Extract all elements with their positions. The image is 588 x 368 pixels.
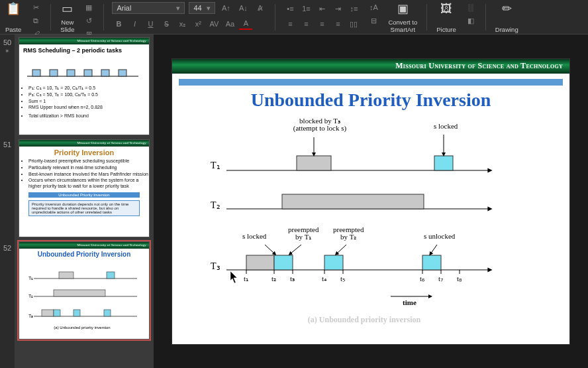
increase-font-button[interactable]: A↑ (219, 2, 232, 14)
convert-label: Convert to SmartArt (388, 19, 417, 33)
slocked-label-t3: s locked (242, 233, 266, 241)
separator (426, 4, 427, 31)
preempted-t2-label: preempted by T₂ (333, 226, 364, 241)
decrease-font-button[interactable]: A↓ (236, 2, 250, 14)
mini-timeline-icon (19, 56, 142, 84)
strike-button[interactable]: S̶ (160, 18, 173, 30)
slide-number-51: 51 (3, 141, 11, 244)
cut-button[interactable]: ✂ (29, 1, 42, 13)
indent-less-button[interactable]: ⇤ (315, 3, 328, 15)
align-left-button[interactable]: ≡ (283, 18, 297, 30)
slide-canvas[interactable]: Missouri University of Science and Techn… (172, 59, 569, 344)
columns-button[interactable]: ▯▯ (347, 18, 360, 30)
indent-more-button[interactable]: ⇥ (331, 3, 344, 15)
copy-button[interactable]: ⧉ (29, 15, 42, 27)
svg-rect-32 (422, 255, 441, 270)
pen-icon: ✏ (502, 1, 512, 16)
new-slide-icon: ▭ (62, 1, 73, 16)
thumb-title: Priority Inversion (19, 147, 149, 158)
thumbnail-panel: Missouri University of Science and Techn… (15, 34, 154, 368)
thumb-title: Unbounded Priority Inversion (19, 249, 149, 260)
reset-button[interactable]: ↺ (82, 15, 95, 27)
paste-button[interactable]: 📋 Paste (4, 1, 23, 33)
line-spacing-button[interactable]: ↕≡ (347, 3, 360, 15)
slide-thumb-50[interactable]: Missouri University of Science and Techn… (19, 37, 150, 135)
tick-t5: t₅ (340, 275, 345, 283)
svg-text:T₃: T₃ (28, 314, 33, 318)
svg-rect-14 (54, 310, 60, 316)
svg-rect-2 (50, 70, 58, 76)
sunlocked-label: s unlocked (424, 233, 455, 241)
italic-button[interactable]: I (128, 18, 141, 30)
svg-rect-5 (101, 70, 109, 76)
font-name-select[interactable]: Arial ▾ (112, 2, 185, 14)
svg-rect-29 (246, 255, 274, 270)
svg-rect-10 (59, 272, 74, 278)
workspace: 50 ✶ 51 52 Missouri University of Scienc… (0, 34, 588, 368)
svg-rect-15 (74, 310, 80, 316)
slide-number-column: 50 ✶ 51 52 (0, 34, 15, 368)
picture-button[interactable]: 🖼 Picture (435, 1, 458, 33)
svg-rect-13 (42, 310, 54, 316)
slide-editor[interactable]: Missouri University of Science and Techn… (154, 34, 588, 368)
numbering-button[interactable]: 1≡ (299, 3, 313, 15)
clear-format-button[interactable]: A̷ (254, 2, 267, 14)
tick-t1: t₁ (244, 275, 248, 283)
uni-bar: Missouri University of Science and Techn… (19, 242, 149, 249)
tick-t7: t₇ (438, 275, 443, 283)
underline-button[interactable]: U (144, 18, 157, 30)
align-right-button[interactable]: ≡ (315, 18, 328, 30)
picture-label: Picture (436, 26, 456, 33)
highlight-button[interactable]: AV (207, 18, 220, 30)
svg-rect-12 (54, 290, 105, 296)
svg-text:T₂: T₂ (28, 294, 33, 298)
subscript-button[interactable]: x₂ (175, 18, 189, 30)
svg-line-33 (265, 245, 275, 254)
svg-rect-11 (107, 272, 115, 278)
drawing-label: Drawing (495, 26, 518, 33)
slide-thumb-51[interactable]: Missouri University of Science and Techn… (19, 139, 150, 237)
drawing-button[interactable]: ✏ Drawing (494, 1, 520, 33)
justify-button[interactable]: ≡ (331, 18, 344, 30)
align-center-button[interactable]: ≡ (299, 18, 313, 30)
tick-t6: t₆ (420, 275, 424, 283)
svg-text:T₁: T₁ (28, 276, 33, 280)
svg-rect-6 (119, 70, 126, 76)
svg-line-36 (430, 245, 437, 254)
mini-gantt-icon: T₁ T₂ T₃ (a) Unbounded priority inversio… (19, 260, 145, 332)
uni-bar: Missouri University of Science and Techn… (19, 38, 149, 44)
superscript-button[interactable]: x² (191, 18, 205, 30)
convert-smartart-button[interactable]: ▣ Convert to SmartArt (387, 1, 418, 33)
preempted-t1-label: preempted by T₁ (288, 226, 318, 241)
paste-label: Paste (5, 26, 21, 33)
align-text-button[interactable]: ⊟ (367, 15, 380, 27)
tick-t3: t₃ (290, 275, 295, 283)
slocked-label-t1: s locked (434, 123, 458, 131)
smartart-icon: ▣ (397, 1, 409, 16)
gantt-diagram: blocked by T₃ (attempt to lock s) s lock… (212, 132, 556, 331)
pic-opt1-button[interactable]: ░ (464, 1, 477, 13)
new-slide-button[interactable]: ▭ New Slide (59, 1, 75, 33)
svg-text:(a) Unbounded priority inversi: (a) Unbounded priority inversion (54, 326, 110, 330)
font-color-button[interactable]: A (239, 18, 252, 30)
ribbon-toolbar: 📋 Paste ✂ ⧉ 🖌 ▭ New Slide ▦ ↺ ⊞ Arial ▾ … (0, 0, 588, 34)
font-size-select[interactable]: 44 ▾ (189, 2, 215, 14)
text-direction-button[interactable]: ↕A (367, 1, 380, 13)
picture-icon: 🖼 (440, 1, 452, 16)
char-spacing-button[interactable]: Aa (223, 18, 236, 30)
bold-button[interactable]: B (112, 18, 125, 30)
task-label-t2: T₂ (211, 201, 220, 211)
bullets-button[interactable]: •≡ (283, 3, 297, 15)
svg-rect-16 (104, 310, 111, 316)
tick-t4: t₄ (322, 275, 326, 283)
slide-thumb-52[interactable]: Missouri University of Science and Techn… (19, 241, 150, 339)
tick-t8: t₈ (457, 275, 462, 283)
svg-rect-31 (324, 255, 343, 270)
blocked-label: blocked by T₃ (attempt to lock s) (283, 117, 356, 133)
svg-rect-22 (297, 156, 331, 170)
pic-opt2-button[interactable]: ◧ (464, 15, 477, 27)
figure-caption: (a) Unbounded priority inversion (212, 315, 516, 325)
transition-star-icon: ✶ (5, 48, 10, 54)
gantt-svg (212, 132, 556, 331)
layout-button[interactable]: ▦ (82, 1, 95, 13)
